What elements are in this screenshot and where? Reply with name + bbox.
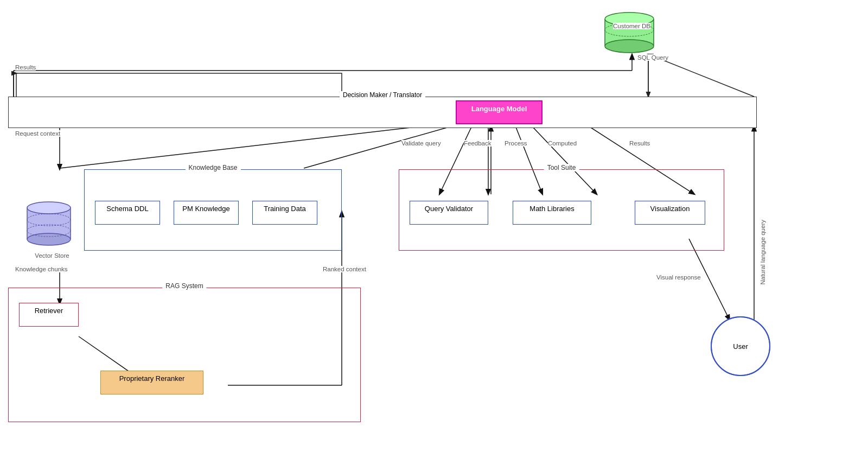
validate-query-label: Validate query (401, 140, 441, 147)
pm-knowledge-box: PM Knowledge (174, 201, 239, 225)
sql-query-label: SQL Query (637, 54, 668, 61)
math-libraries-node: Math Libraries (513, 201, 591, 225)
vector-store-node (24, 193, 73, 252)
ranked-context-label: Ranked context (323, 266, 366, 272)
visualization-box: Visualization (635, 201, 705, 225)
query-validator-box: Query Validator (410, 201, 488, 225)
user-label: User (733, 342, 748, 351)
training-data-node: Training Data (252, 201, 317, 225)
diagram-container: Customer DB SQL Query Results Decision M… (0, 0, 868, 452)
visual-response-label: Visual response (656, 274, 701, 281)
customer-db-node (602, 5, 656, 54)
tool-suite-label: Tool Suite (544, 164, 579, 171)
customer-db-label: Customer DB (613, 23, 650, 29)
retriever-box: Retriever (19, 303, 79, 327)
results-right-label: Results (629, 140, 650, 147)
retriever-node: Retriever (19, 303, 79, 327)
process-label: Process (505, 140, 527, 147)
pm-knowledge-label: PM Knowledge (182, 205, 229, 213)
knowledge-chunks-label: Knowledge chunks (15, 266, 68, 272)
language-model-node: Language Model (456, 100, 542, 124)
training-data-label: Training Data (264, 205, 306, 213)
user-node: User (711, 316, 770, 376)
pm-knowledge-node: PM Knowledge (174, 201, 239, 225)
request-context-label: Request context (15, 130, 60, 137)
computed-label: Computed (548, 140, 577, 147)
schema-ddl-box: Schema DDL (95, 201, 160, 225)
svg-point-27 (27, 202, 71, 214)
results-left-label: Results (15, 64, 36, 71)
svg-point-22 (605, 40, 654, 53)
decision-maker-label: Decision Maker / Translator (340, 91, 425, 99)
proprietary-reranker-box: Proprietary Reranker (100, 371, 203, 394)
rag-system-label: RAG System (162, 282, 206, 290)
math-libraries-box: Math Libraries (513, 201, 591, 225)
knowledge-base-label: Knowledge Base (185, 164, 240, 171)
visualization-node: Visualization (635, 201, 705, 225)
query-validator-node: Query Validator (410, 201, 488, 225)
proprietary-reranker-label: Proprietary Reranker (119, 374, 185, 383)
decision-maker-box: Decision Maker / Translator (8, 97, 757, 128)
language-model-box: Language Model (456, 100, 542, 124)
schema-ddl-label: Schema DDL (106, 205, 148, 213)
math-libraries-label: Math Libraries (529, 205, 574, 213)
proprietary-reranker-node: Proprietary Reranker (100, 371, 203, 394)
feedback-label: Feedback (464, 140, 492, 147)
schema-ddl-node: Schema DDL (95, 201, 160, 225)
language-model-label: Language Model (471, 105, 527, 113)
retriever-label: Retriever (35, 307, 63, 315)
visualization-label: Visualization (650, 205, 690, 213)
query-validator-label: Query Validator (425, 205, 473, 213)
vector-store-label: Vector Store (28, 252, 76, 259)
natural-language-query-label: Natural language query (760, 220, 766, 285)
training-data-box: Training Data (252, 201, 317, 225)
